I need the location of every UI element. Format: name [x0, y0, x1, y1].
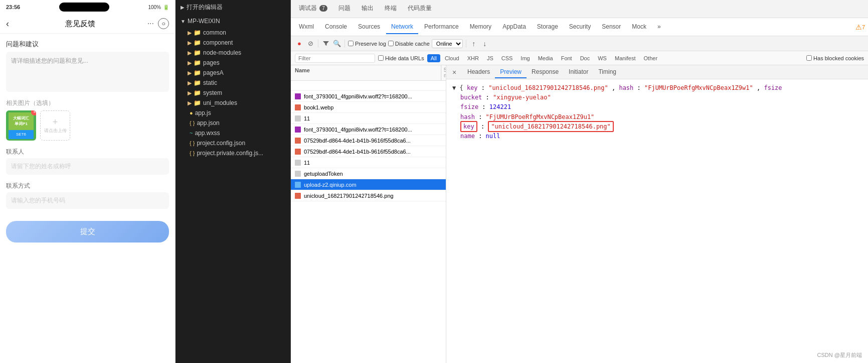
timeline-header: 500000 ms 1000000 ms 1500000 ms 2000000 … — [441, 65, 446, 80]
contact-input[interactable]: 请留下您的姓名或称呼 — [6, 158, 169, 175]
code-quality-label: 代码质量 — [408, 5, 432, 12]
preserve-log-label[interactable]: Preserve log — [348, 41, 386, 47]
detail-tab-timing[interactable]: Timing — [593, 66, 621, 78]
filter-js[interactable]: JS — [483, 54, 497, 62]
tree-item-uni-modules[interactable]: ▶ 📁 uni_modules — [176, 98, 290, 108]
filter-img[interactable]: Img — [517, 54, 533, 62]
tab-storage[interactable]: Storage — [532, 20, 563, 34]
back-button[interactable]: ‹ — [6, 19, 9, 29]
json-expand-arrow[interactable]: ▼ — [452, 84, 459, 91]
filter-input[interactable] — [295, 54, 375, 63]
tab-sources[interactable]: Sources — [353, 20, 385, 34]
network-row-uuid2[interactable]: 07529bdf-d864-4de1-b41b-9616f55d8ca6... — [291, 146, 446, 157]
upload-button[interactable]: ↑ — [469, 39, 478, 48]
phone-input[interactable]: 请输入您的手机号码 — [6, 192, 169, 209]
tab-wxml[interactable]: Wxml — [294, 20, 319, 34]
mobile-simulator: 23:56 100% 🔋 ‹ 意见反馈 ··· ○ 问题和建议 请详细描述您的问… — [0, 0, 176, 363]
json-colon6: : — [481, 123, 488, 130]
tree-item-app-wxss[interactable]: ~ app.wxss — [176, 128, 290, 138]
tree-item-project-config[interactable]: { } project.config.json — [176, 138, 290, 148]
tab-problems[interactable]: 问题 — [333, 1, 356, 17]
disable-cache-checkbox[interactable] — [388, 41, 394, 46]
tab-mock[interactable]: Mock — [627, 20, 651, 34]
tree-item-static[interactable]: ▶ 📁 static — [176, 78, 290, 88]
filter-manifest[interactable]: Manifest — [611, 54, 639, 62]
network-row-font1[interactable]: font_3793001_4fgpni8ivtv.woff2?t=168200.… — [291, 91, 446, 102]
detail-tab-initiator[interactable]: Initiator — [564, 66, 593, 78]
devtools-panel: 调试器 7 问题 输出 终端 代码质量 Wxml Console Sources… — [291, 0, 868, 363]
tree-item-common[interactable]: ▶ 📁 common — [176, 28, 290, 38]
tab-appdata[interactable]: AppData — [497, 20, 531, 34]
circle-button[interactable]: ○ — [158, 18, 169, 29]
image-upload-btn[interactable]: + 请点击上传 — [40, 110, 70, 141]
network-row-11a[interactable]: 11 — [291, 113, 446, 124]
status-bar: 23:56 100% 🔋 — [0, 0, 175, 14]
battery-icon: 🔋 — [163, 5, 169, 10]
submit-button[interactable]: 提交 — [6, 221, 169, 243]
preserve-log-checkbox[interactable] — [348, 41, 354, 46]
problem-textarea[interactable]: 请详细描述您的问题和意见... — [6, 52, 169, 92]
tab-code-quality[interactable]: 代码质量 — [403, 1, 437, 17]
toolbar-separator2 — [344, 40, 345, 48]
tree-item-component[interactable]: ▶ 📁 component — [176, 38, 290, 48]
tab-security[interactable]: Security — [564, 20, 596, 34]
json-name-key: name — [460, 133, 475, 140]
json-hash-key2: hash — [460, 113, 475, 120]
filter-font[interactable]: Font — [558, 54, 576, 62]
disable-cache-label[interactable]: Disable cache — [388, 41, 430, 47]
network-row-upload[interactable]: upload-z2.qiniup.com — [291, 179, 446, 190]
output-label: 输出 — [362, 5, 374, 12]
filter-all[interactable]: All — [427, 54, 440, 62]
json-colon3: : — [486, 94, 493, 101]
tree-item-node-modules[interactable]: ▶ 📁 node-modules — [176, 48, 290, 58]
network-row-font2[interactable]: font_3793001_4fgpni8ivtv.woff2?t=168200.… — [291, 124, 446, 135]
hide-data-urls-label[interactable]: Hide data URLs — [378, 55, 424, 61]
mp-weixin-header[interactable]: ▼ MP-WEIXIN — [176, 15, 290, 28]
filter-other[interactable]: Other — [640, 54, 661, 62]
detail-tab-headers[interactable]: Headers — [462, 66, 495, 78]
download-button[interactable]: ↓ — [480, 39, 489, 48]
timeline-indicator-area — [291, 81, 446, 91]
hide-data-urls-checkbox[interactable] — [378, 55, 384, 61]
filter-cloud[interactable]: Cloud — [441, 54, 463, 62]
detail-tab-preview[interactable]: Preview — [495, 66, 527, 78]
tree-item-app-json[interactable]: { } app.json — [176, 118, 290, 128]
tree-item-app-js[interactable]: ● app.js — [176, 108, 290, 118]
tab-console[interactable]: Console — [320, 20, 352, 34]
network-row-unicloud[interactable]: unicloud_168217901242718546.png — [291, 190, 446, 201]
search-button[interactable]: 🔍 — [332, 39, 341, 48]
tab-performance[interactable]: Performance — [419, 20, 464, 34]
tree-item-project-private[interactable]: { } project.private.config.js... — [176, 148, 290, 158]
more-button[interactable]: ··· — [147, 19, 154, 28]
online-select[interactable]: Online — [432, 39, 463, 48]
network-row-book[interactable]: book1.webp — [291, 102, 446, 113]
tab-output[interactable]: 输出 — [357, 1, 379, 17]
detail-tab-response[interactable]: Response — [527, 66, 564, 78]
phone-label: 联系方式 — [6, 182, 169, 190]
stop-button[interactable]: ⊘ — [306, 39, 315, 48]
network-row-uuid1[interactable]: 07529bdf-d864-4de1-b41b-9616f55d8ca6... — [291, 135, 446, 146]
filter-doc[interactable]: Doc — [577, 54, 594, 62]
filter-css[interactable]: CSS — [498, 54, 516, 62]
detail-close-button[interactable]: × — [449, 67, 459, 77]
tree-item-system[interactable]: ▶ 📁 system — [176, 88, 290, 98]
has-blocked-checkbox[interactable] — [806, 55, 812, 61]
filter-xhr[interactable]: XHR — [464, 54, 482, 62]
json-hash-value2: "FjUMUrBPoeRfgMxvNCpBeax1Z9u1" — [486, 113, 595, 120]
tree-item-pagesA[interactable]: ▶ 📁 pagesA — [176, 68, 290, 78]
tab-memory[interactable]: Memory — [465, 20, 496, 34]
tab-more[interactable]: » — [652, 20, 666, 34]
filter-media[interactable]: Media — [535, 54, 557, 62]
tab-sensor[interactable]: Sensor — [597, 20, 626, 34]
has-blocked-label[interactable]: Has blocked cookies — [806, 55, 864, 61]
tree-item-pages[interactable]: ▶ 📁 pages — [176, 58, 290, 68]
tab-network[interactable]: Network — [386, 20, 418, 34]
tab-terminal[interactable]: 终端 — [380, 1, 402, 17]
record-button[interactable]: ● — [295, 39, 304, 48]
filter-button[interactable] — [321, 39, 330, 48]
network-row-11b[interactable]: 11 — [291, 157, 446, 168]
filter-ws[interactable]: WS — [594, 54, 610, 62]
network-row-gettoken[interactable]: getuploadToken — [291, 168, 446, 179]
editor-header[interactable]: ▶ 打开的编辑器 — [176, 0, 290, 15]
tab-debugger[interactable]: 调试器 7 — [294, 1, 332, 17]
